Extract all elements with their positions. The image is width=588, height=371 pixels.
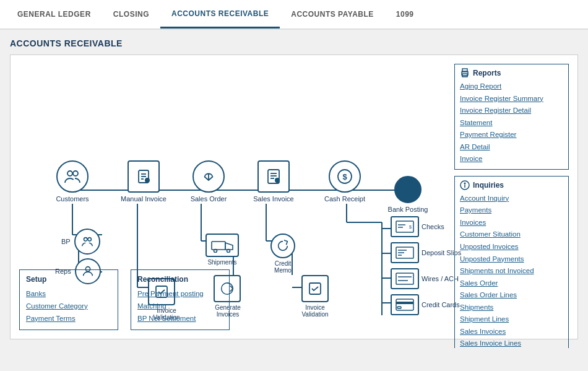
customer-category-link[interactable]: Customer Category: [26, 300, 111, 312]
top-navigation: GENERAL LEDGER CLOSING ACCOUNTS RECEIVAB…: [0, 0, 588, 30]
shipments-node: Shipments: [205, 234, 239, 266]
reconciliation-box: Reconciliation Pre Payment posting Match…: [131, 269, 230, 330]
account-inquiry-link[interactable]: Account Inquiry: [460, 193, 563, 205]
svg-point-37: [227, 250, 230, 253]
svg-point-24: [88, 238, 92, 242]
svg-point-67: [464, 183, 465, 184]
invoice-register-detail-link[interactable]: Invoice Register Detail: [460, 105, 563, 117]
bank-posting-node: Bank Posting: [394, 176, 430, 213]
ar-detail-link[interactable]: AR Detail: [460, 141, 563, 154]
svg-text:$: $: [342, 172, 347, 181]
payment-register-link[interactable]: Payment Register: [460, 129, 563, 141]
info-icon: [460, 180, 470, 190]
credit-cards-node: Credit Cards: [391, 294, 460, 315]
shipments-link[interactable]: Shipments: [460, 302, 563, 314]
svg-rect-60: [396, 302, 413, 304]
sales-order-link[interactable]: Sales Order: [460, 277, 563, 290]
deposit-slips-node: Deposit Slips: [391, 242, 461, 263]
reports-panel: Reports Aging Report Invoice Register Su…: [454, 64, 569, 170]
invoice-register-summary-link[interactable]: Invoice Register Summary: [460, 93, 563, 105]
sales-invoices-link[interactable]: Sales Invoices: [460, 326, 563, 338]
credit-memo-icon: [270, 234, 295, 258]
svg-marker-35: [225, 243, 233, 250]
inquiries-header: Inquiries: [460, 180, 563, 190]
aging-report-link[interactable]: Aging Report: [460, 81, 563, 93]
svg-point-21: [67, 171, 72, 176]
payment-terms-link[interactable]: Payment Terms: [26, 312, 111, 325]
pre-payment-posting-link[interactable]: Pre Payment posting: [137, 287, 223, 300]
credit-memo-node: Credit Memo: [270, 234, 300, 274]
matching-link[interactable]: Matching: [137, 300, 223, 312]
svg-point-22: [73, 171, 78, 176]
nav-accounts-receivable[interactable]: ACCOUNTS RECEIVABLE: [160, 1, 280, 28]
bottom-sections: Setup Banks Customer Category Payment Te…: [19, 269, 230, 330]
invoice-link[interactable]: Invoice: [460, 153, 563, 165]
inquiries-panel: Inquiries Account Inquiry Payments Invoi…: [454, 176, 569, 348]
unposted-payments-link[interactable]: Unposted Payments: [460, 253, 563, 266]
invoice-validation-2-node: Invoice Validation: [301, 275, 334, 318]
sales-order-node: Sales Order: [184, 160, 233, 203]
nav-1099[interactable]: 1099: [385, 1, 425, 27]
shipments-not-invoiced-link[interactable]: Shipments not Invoiced: [460, 265, 563, 277]
sales-order-lines-link[interactable]: Sales Order Lines: [460, 289, 563, 302]
manual-invoice-node: $ Manual Invoice: [119, 160, 168, 203]
cash-receipt-icon: $: [329, 160, 361, 193]
main-box: Customers BP Reps: [10, 55, 578, 339]
shipments-icon: [205, 234, 239, 257]
section-title: ACCOUNTS RECEIVABLE: [10, 38, 578, 48]
banks-link[interactable]: Banks: [26, 287, 111, 300]
invoices-link[interactable]: Invoices: [460, 217, 563, 229]
printer-icon: [460, 68, 470, 78]
right-panels: Reports Aging Report Invoice Register Su…: [454, 64, 569, 348]
svg-point-23: [84, 238, 87, 242]
setup-title: Setup: [26, 275, 111, 284]
sales-order-icon: [192, 160, 225, 193]
customer-situation-link[interactable]: Customer Situation: [460, 229, 563, 241]
svg-rect-63: [462, 69, 467, 72]
wires-ach-icon: [391, 268, 419, 289]
bp-node: BP: [61, 229, 100, 255]
cash-receipt-node: $ Cash Receipt: [320, 160, 370, 203]
svg-rect-34: [212, 242, 225, 250]
svg-text:$: $: [409, 225, 412, 229]
reports-header: Reports: [460, 68, 563, 78]
bp-net-settlement-link[interactable]: BP Net Settlement: [137, 312, 223, 325]
nav-closing[interactable]: CLOSING: [102, 1, 160, 27]
sales-invoice-node: $ Sales Invoice: [249, 160, 298, 203]
payments-link[interactable]: Payments: [460, 204, 563, 217]
statement-link[interactable]: Statement: [460, 117, 563, 129]
svg-rect-61: [397, 307, 401, 308]
unposted-invoices-link[interactable]: Unposted Invoices: [460, 241, 563, 253]
checks-node: $ Checks: [391, 216, 444, 237]
deposit-slips-icon: [391, 242, 419, 263]
svg-rect-56: [396, 273, 413, 284]
customers-icon: [56, 160, 89, 193]
setup-box: Setup Banks Customer Category Payment Te…: [19, 269, 118, 330]
svg-rect-45: [309, 283, 321, 294]
reconciliation-title: Reconciliation: [137, 275, 223, 284]
sales-invoice-icon: $: [257, 160, 290, 193]
sales-invoice-lines-link[interactable]: Sales Invoice Lines: [460, 338, 563, 348]
bank-posting-icon: [394, 176, 422, 203]
manual-invoice-icon: $: [128, 160, 160, 193]
svg-point-36: [214, 250, 217, 253]
nav-general-ledger[interactable]: GENERAL LEDGER: [6, 1, 102, 27]
page-content: ACCOUNTS RECEIVABLE: [0, 30, 588, 348]
invoice-validation-2-icon: [301, 275, 329, 302]
wires-ach-node: Wires / ACH: [391, 268, 459, 289]
shipment-lines-link[interactable]: Shipment Lines: [460, 313, 563, 326]
credit-cards-icon: [391, 294, 419, 315]
checks-icon: $: [391, 216, 419, 237]
bp-icon: [74, 229, 100, 255]
customers-node: Customers: [48, 160, 97, 203]
nav-accounts-payable[interactable]: ACCOUNTS PAYABLE: [280, 1, 385, 27]
